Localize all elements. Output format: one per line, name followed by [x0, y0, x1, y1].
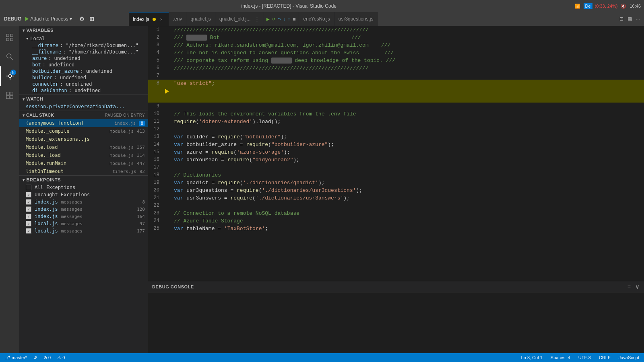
var-botbuilder-azure[interactable]: botbuilder_azure : undefined — [19, 68, 148, 74]
tab-ericyesno[interactable]: ericYesNo.js — [299, 12, 334, 26]
callstack-header[interactable]: ▾ CALL STACK PAUSED ON ENTRY — [19, 111, 148, 119]
debug-icons: ⚙ ⊞ — [78, 15, 95, 23]
tab-qnadict[interactable]: qnadict.js — [186, 12, 215, 26]
tab-label-env: .env — [173, 16, 182, 22]
tab-label-ericyesno: ericYesNo.js — [303, 16, 330, 22]
bp-checkbox-local-97[interactable] — [26, 221, 31, 226]
svg-rect-13 — [6, 96, 9, 99]
tab-index-js[interactable]: index.js × — [129, 12, 169, 26]
callstack-item-2[interactable]: Module._extensions..js — [19, 135, 148, 143]
activity-explorer[interactable] — [0, 28, 19, 47]
bp-checkbox-index-8[interactable] — [26, 199, 31, 205]
spaces-status[interactable]: Spaces: 4 — [549, 355, 572, 360]
split-icon[interactable]: ⊞ — [89, 15, 95, 23]
callstack-item-0[interactable]: (anonymous function) index.js 8 — [19, 119, 148, 127]
callstack-item-4[interactable]: Module._load module.js 314 — [19, 151, 148, 159]
warnings-status[interactable]: ⚠ 0 — [56, 355, 66, 360]
breakpoints-header[interactable]: ▾ BREAKPOINTS — [19, 176, 148, 184]
callstack-section: ▾ CALL STACK PAUSED ON ENTRY (anonymous … — [19, 111, 148, 176]
tab-usr3questions[interactable]: usr3questions.js — [334, 12, 378, 26]
bp-checkbox-local-177[interactable] — [26, 228, 31, 234]
code-line-22: 22 — [148, 202, 644, 210]
encoding-status[interactable]: UTF-8 — [577, 355, 592, 360]
branch-name: master* — [12, 355, 27, 360]
svg-rect-0 — [6, 34, 9, 37]
watch-expr: session.privateConversationData... — [26, 104, 125, 109]
branch-status[interactable]: ⎇ master* — [3, 355, 29, 360]
bp-checkbox-all[interactable] — [26, 185, 31, 190]
bp-checkbox-index-120[interactable] — [26, 206, 31, 212]
code-line-7: 7 — [148, 72, 644, 80]
bp-local-177[interactable]: local.js messages 177 — [19, 227, 148, 234]
var-connector[interactable]: connector : undefined — [19, 81, 148, 87]
code-line-14: 14 var botbuilder_azure = require("botbu… — [148, 141, 644, 148]
callstack-item-6[interactable]: listOnTimeout timers.js 92 — [19, 167, 148, 175]
variables-label: VARIABLES — [27, 28, 54, 33]
local-group[interactable]: ▾ Local — [19, 35, 148, 42]
code-line-2: 2 /// ██████ Bot /// — [148, 34, 644, 41]
var-builder[interactable]: builder : undefined — [19, 74, 148, 81]
bp-checkbox-index-164[interactable] — [26, 214, 31, 219]
settings-icon[interactable]: ⚙ — [78, 15, 85, 23]
activity-search[interactable] — [0, 47, 19, 66]
console-body[interactable] — [148, 292, 644, 353]
var-bot[interactable]: bot : undefined — [19, 62, 148, 68]
debug-console: DEBUG CONSOLE ≡ ∨ — [148, 281, 644, 353]
svg-line-5 — [11, 58, 13, 60]
var-di-askcanton[interactable]: di_askCanton : undefined — [19, 87, 148, 94]
tab-close-index[interactable]: × — [158, 16, 165, 23]
attach-to-process-button[interactable]: Attach to Process ▾ — [24, 15, 74, 23]
callstack-item-5[interactable]: Module.runMain module.js 447 — [19, 159, 148, 167]
bp-all-exceptions[interactable]: All Exceptions — [19, 184, 148, 191]
debug-label: DEBUG — [4, 16, 21, 22]
console-chevron-down-icon[interactable]: ∨ — [634, 283, 640, 291]
activity-debug[interactable]: 8 — [0, 66, 19, 86]
var-filename[interactable]: __filename : "/home/rikard/Docume..." — [19, 49, 148, 55]
callstack-item-1[interactable]: Module._compile module.js 413 — [19, 127, 148, 135]
status-right: Ln 8, Col 1 Spaces: 4 UTF-8 CRLF JavaScr… — [520, 355, 641, 360]
watch-item-session[interactable]: session.privateConversationData... — [19, 103, 148, 110]
bp-index-120[interactable]: index.js messages 120 — [19, 206, 148, 213]
bp-index-8[interactable]: index.js messages 8 — [19, 198, 148, 206]
variables-header[interactable]: ▾ VARIABLES — [19, 26, 148, 34]
code-line-24: 24 // Azure Table Storage — [148, 217, 644, 225]
dropdown-arrow: ▾ — [70, 16, 72, 22]
tab-debug-run[interactable]: ▶ ↺ ↷ ↓ ↑ ⏹ — [264, 12, 299, 26]
svg-rect-1 — [10, 34, 13, 37]
more-icon[interactable]: ··· — [635, 15, 641, 23]
errors-status[interactable]: ⊗ 0 — [42, 355, 52, 360]
svg-rect-14 — [10, 96, 13, 99]
restart-icon: ↺ — [272, 17, 275, 21]
debug-section: DEBUG Attach to Process ▾ ⚙ ⊞ — [0, 12, 129, 26]
debug-badge: 8 — [10, 70, 16, 75]
time-display: 16:46 — [630, 4, 641, 8]
activity-extensions[interactable] — [0, 86, 19, 105]
console-label: DEBUG CONSOLE — [152, 284, 194, 289]
var-dirname[interactable]: __dirname : "/home/rikard/Documen..." — [19, 42, 148, 49]
var-azure[interactable]: azure : undefined — [19, 55, 148, 62]
tab-qnadict-old[interactable]: qnadict_old.j... ⋮ — [215, 12, 264, 26]
code-editor[interactable]: 1 //////////////////////////////////////… — [148, 26, 644, 281]
callstack-item-3[interactable]: Module.load module.js 357 — [19, 143, 148, 151]
sync-status[interactable]: ↺ — [32, 355, 39, 360]
ln-col-status[interactable]: Ln 8, Col 1 — [520, 355, 544, 360]
callstack-label: CALL STACK — [26, 113, 54, 117]
tab-label-usr3q: usr3questions.js — [339, 16, 374, 22]
console-list-icon[interactable]: ≡ — [627, 283, 632, 291]
bp-index-164[interactable]: index.js messages 164 — [19, 213, 148, 220]
bp-checkbox-uncaught[interactable] — [26, 192, 31, 197]
breakpoints-section: ▾ BREAKPOINTS All Exceptions Uncaught Ex… — [19, 176, 148, 353]
bp-uncaught-exceptions[interactable]: Uncaught Exceptions — [19, 191, 148, 198]
tab-env[interactable]: .env — [169, 12, 187, 26]
split-editor-icon[interactable]: ▤ — [627, 15, 633, 23]
split-view-icon: ⋮ — [254, 16, 260, 22]
svg-rect-3 — [6, 38, 9, 41]
language-status[interactable]: JavaScript — [617, 355, 641, 360]
status-bar: ⎇ master* ↺ ⊗ 0 ⚠ 0 Ln 8, Col 1 Spaces: … — [0, 353, 644, 362]
code-line-1: 1 //////////////////////////////////////… — [148, 26, 644, 34]
open-editors-icon[interactable]: ⊡ — [619, 15, 624, 23]
code-line-11: 11 require('dotenv-extended').load(); — [148, 118, 644, 125]
bp-local-97[interactable]: local.js messages 97 — [19, 220, 148, 227]
watch-header[interactable]: ▾ WATCH — [19, 95, 148, 103]
line-ending-status[interactable]: CRLF — [597, 355, 612, 360]
